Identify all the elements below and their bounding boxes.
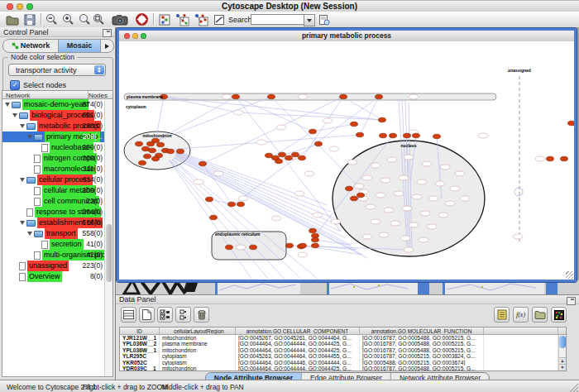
expand-arrow-icon[interactable] [20,124,25,128]
snapshot-icon[interactable] [111,12,129,26]
network-node[interactable] [535,156,545,161]
network-node[interactable] [379,232,389,237]
network-node[interactable] [233,110,243,115]
network-node[interactable] [440,165,450,170]
network-node[interactable] [149,148,156,153]
network-node[interactable] [390,133,397,138]
network-node[interactable] [167,149,175,154]
network-node[interactable] [455,171,465,176]
tab-node-attribute-browser[interactable]: Node Attribute Browser [206,373,301,380]
layout-network-icon[interactable] [174,12,190,26]
network-node[interactable] [323,118,333,123]
table-row[interactable]: YJR121W__1mitochondrion[GO:0045267, GO:0… [120,335,566,341]
zoom-selected-icon[interactable] [78,12,92,26]
network-canvas[interactable]: plasma membranecytoplasmmitochondrionnuc… [119,41,574,280]
expand-arrow-icon[interactable] [27,135,32,139]
table-cell[interactable]: YKR052C [120,360,160,366]
network-node[interactable] [547,156,554,161]
network-node[interactable] [228,202,236,207]
network-node[interactable] [294,191,304,196]
table-row[interactable]: YDR039C__1mitochondrion[GO:0044464, GO:0… [120,366,566,371]
table-cell[interactable]: [GO:0044464, GO:0044444, GO:0044425, G..… [236,347,360,353]
expand-arrow-icon[interactable] [20,178,25,182]
table-cell[interactable] [484,360,558,366]
table-cell[interactable]: [GO:0045267, GO:0045261, GO:0044464, G..… [236,335,360,341]
table-cell[interactable]: cytoplasm [160,353,236,359]
tree-header-network[interactable]: Network [6,92,30,99]
table-row[interactable]: YLR295Ccytoplasm[GO:0045263, GO:0044464,… [120,353,566,359]
network-node[interactable] [199,161,207,166]
table-cell[interactable]: [GO:0016787, GO:0005488, GO:0005215, G..… [360,341,484,347]
network-node[interactable] [299,155,306,160]
column-header[interactable]: annotation.GO CELLULAR_COMPONENT [236,327,360,334]
tree-item-overview[interactable]: Overview8(0) [2,271,112,282]
network-node[interactable] [351,122,358,127]
tree-item-secretion[interactable]: secretion41(0) [2,239,112,250]
network-node[interactable] [309,228,317,233]
network-node[interactable] [376,193,385,198]
network-window-titlebar[interactable]: primary metabolic process [119,31,574,42]
background-window[interactable] [215,280,300,294]
network-node[interactable] [568,121,575,126]
table-cell[interactable]: [GO:0005488, GO:0005215, GO:0003674] [360,360,484,366]
network-node[interactable] [428,196,438,201]
network-node[interactable] [206,197,213,202]
network-node[interactable] [285,155,293,160]
network-node[interactable] [404,133,411,138]
network-node[interactable] [371,219,380,224]
tree-item-metabolic-process[interactable]: metabolic process280(0) [2,121,112,131]
network-node[interactable] [286,243,294,248]
network-node[interactable] [298,252,308,257]
network-node[interactable] [142,146,150,151]
network-node[interactable] [387,157,397,162]
background-window[interactable] [443,280,544,294]
network-node[interactable] [279,152,286,157]
network-node[interactable] [139,160,146,165]
tab-mosaic[interactable]: Mosaic [58,40,101,52]
delete-attribute-icon[interactable] [194,307,209,323]
select-nodes-checkbox[interactable]: ✓ [10,80,20,90]
network-node[interactable] [331,219,341,224]
network-node[interactable] [478,133,488,138]
scroll-down-icon[interactable]: ▼ [559,364,566,370]
network-node[interactable] [380,178,390,183]
network-node[interactable] [309,129,317,134]
tree-item-unassigned[interactable]: unassigned223(0) [2,261,112,271]
network-node[interactable] [340,94,347,99]
matrix-icon[interactable] [551,307,567,323]
table-cell[interactable]: mitochondrion [160,366,236,371]
network-node[interactable] [271,216,281,221]
expand-arrow-icon[interactable] [12,113,17,117]
save-icon[interactable] [22,12,36,26]
help-icon[interactable] [135,12,149,26]
zoom-in-icon[interactable] [61,12,75,26]
attribute-list-icon[interactable] [494,307,510,323]
table-cell[interactable]: YLR295C [120,353,160,359]
network-node[interactable] [144,154,151,159]
attribute-table-header[interactable]: ID_cellularLayoutRegionannotation.GO CEL… [120,327,566,335]
network-node[interactable] [404,247,414,252]
network-node[interactable] [268,94,275,99]
network-node[interactable] [222,94,232,99]
search-input[interactable] [251,14,307,25]
network-node[interactable] [409,94,419,99]
float-panel-icon[interactable] [567,297,576,305]
network-node[interactable] [238,196,248,201]
layout-network2-icon[interactable] [193,12,209,26]
table-cell[interactable] [484,347,558,353]
tab-network[interactable]: Network [3,40,58,52]
network-node[interactable] [194,179,203,184]
network-node[interactable] [250,245,257,250]
app-resize-grip[interactable] [570,384,578,392]
network-node[interactable] [390,221,400,226]
table-cell[interactable] [484,335,558,341]
table-cell[interactable]: [GO:0044464, GO:0044444, GO:0044425, G..… [236,341,360,347]
network-node[interactable] [412,194,422,199]
network-node[interactable] [380,133,387,138]
tree-item-nucleobase-[interactable]: nucleobase-209(0) [2,142,112,153]
network-node[interactable] [399,175,409,180]
function-builder-icon[interactable]: f(x) [513,307,529,323]
open-icon[interactable] [5,12,19,26]
network-node[interactable] [313,213,323,218]
table-cell[interactable]: YPL036W__1 [120,347,160,353]
